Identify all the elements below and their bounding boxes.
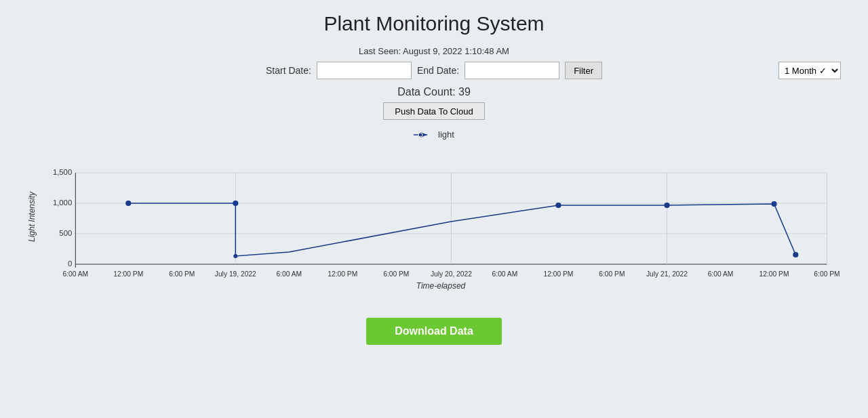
legend-line-icon [414,131,435,139]
chart-inner: 0 500 1,000 1,500 6:00 AM 12:00 PM 6:00 … [41,142,841,291]
svg-text:12:00 PM: 12:00 PM [113,270,143,278]
svg-point-35 [664,203,669,208]
filter-button[interactable]: Filter [565,62,602,79]
svg-text:1,000: 1,000 [53,198,72,207]
svg-text:6:00 AM: 6:00 AM [62,270,88,278]
svg-point-2 [418,133,422,137]
svg-text:6:00 PM: 6:00 PM [599,270,625,278]
svg-text:6:00 PM: 6:00 PM [383,270,409,278]
svg-text:July 20, 2022: July 20, 2022 [431,270,472,278]
svg-text:6:00 AM: 6:00 AM [276,270,302,278]
svg-text:6:00 AM: 6:00 AM [492,270,518,278]
download-button[interactable]: Download Data [366,318,502,345]
svg-text:1,500: 1,500 [53,168,72,176]
y-axis-label: Light Intensity [27,142,39,291]
page: Plant Monitoring System Last Seen: Augus… [0,0,868,418]
start-date-label: Start Date: [266,65,311,76]
svg-text:12:00 PM: 12:00 PM [543,270,573,278]
svg-text:July 19, 2022: July 19, 2022 [215,270,256,278]
svg-point-37 [793,252,798,257]
svg-point-32 [233,201,238,206]
legend-light: light [414,129,454,140]
svg-point-34 [555,203,561,208]
legend-light-label: light [438,129,454,140]
chart-area: light Light Intensity [27,129,841,291]
page-title: Plant Monitoring System [323,12,544,35]
svg-text:12:00 PM: 12:00 PM [760,270,789,278]
last-seen-text: Last Seen: August 9, 2022 1:10:48 AM [359,46,509,56]
chart-container: Light Intensity [27,142,841,291]
end-date-label: End Date: [417,65,459,76]
chart-legend: light [27,129,841,140]
svg-text:0: 0 [68,259,72,268]
svg-text:500: 500 [59,229,72,237]
controls-row: Start Date: End Date: Filter 1 Month ✓ 3… [0,62,868,79]
chart-svg: 0 500 1,000 1,500 6:00 AM 12:00 PM 6:00 … [41,142,841,278]
svg-text:July 21, 2022: July 21, 2022 [646,270,688,278]
svg-text:6:00 PM: 6:00 PM [814,270,840,278]
start-date-input[interactable] [317,62,412,79]
push-data-button[interactable]: Push Data To Cloud [383,102,484,120]
end-date-input[interactable] [465,62,559,79]
x-axis-label: Time-elapsed [41,281,841,291]
svg-text:6:00 AM: 6:00 AM [708,270,734,278]
svg-text:6:00 PM: 6:00 PM [169,270,195,278]
svg-point-33 [233,254,237,258]
month-select[interactable]: 1 Month ✓ 3 Months 6 Months 1 Year [778,62,841,79]
controls-center: Start Date: End Date: Filter [266,62,602,79]
svg-point-36 [771,201,776,207]
svg-text:12:00 PM: 12:00 PM [328,270,357,278]
data-count: Data Count: 39 [397,86,471,98]
svg-point-31 [125,201,131,206]
